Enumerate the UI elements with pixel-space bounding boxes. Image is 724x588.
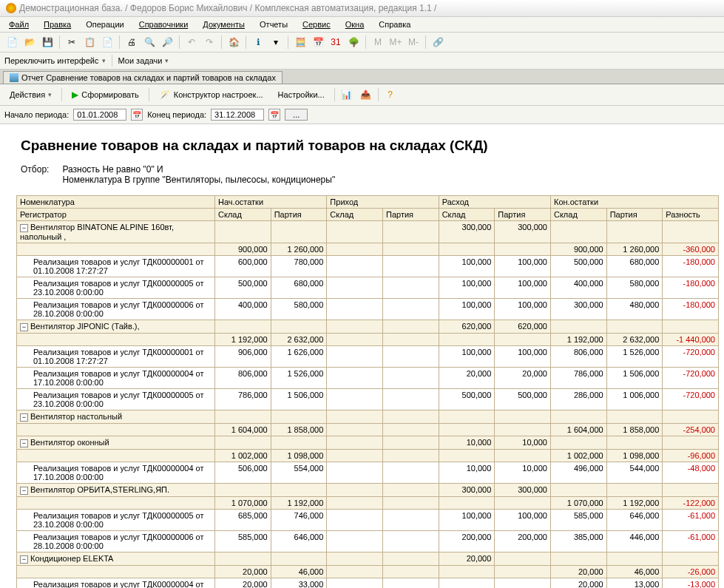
- table-row[interactable]: 1 070,0001 192,0001 070,0001 192,000-122…: [17, 497, 719, 510]
- report-tab-label: Отчет Сравнение товаров на складах и пар…: [21, 73, 276, 82]
- menu-operations[interactable]: Операции: [83, 18, 126, 30]
- new-icon[interactable]: 📄: [4, 35, 19, 50]
- report-tab[interactable]: Отчет Сравнение товаров на складах и пар…: [3, 71, 283, 84]
- table-row[interactable]: −Вентилятор JIPONIC (Тайв.),620,000620,0…: [17, 320, 719, 334]
- period-start-input[interactable]: [73, 109, 126, 121]
- tree-toggle-icon[interactable]: −: [20, 439, 28, 447]
- table-row[interactable]: −Вентилятор ОРБИТА,STERLING,ЯП.300,00030…: [17, 484, 719, 497]
- settings-button[interactable]: Настройки...: [273, 88, 330, 101]
- save-icon[interactable]: 💾: [40, 35, 55, 50]
- col-initial: Нач.остатки: [215, 196, 327, 209]
- cut-icon[interactable]: ✂: [64, 35, 79, 50]
- table-row[interactable]: −Вентилятор оконный10,00010,000: [17, 436, 719, 450]
- print-icon[interactable]: 🖨: [124, 35, 139, 50]
- table-row[interactable]: Реализация товаров и услуг ТДК00000006 о…: [17, 531, 719, 552]
- link-icon[interactable]: 🔗: [430, 35, 445, 50]
- period-select-button[interactable]: ...: [285, 109, 308, 121]
- main-toolbar: 📄 📂 💾 ✂ 📋 📄 🖨 🔍 🔎 ↶ ↷ 🏠 ℹ ▾ 🧮 📅 31 🌳 M M…: [0, 33, 724, 53]
- export-icon[interactable]: 📤: [359, 87, 373, 102]
- redo-icon[interactable]: ↷: [202, 35, 217, 50]
- tree-icon[interactable]: 🌳: [346, 35, 361, 50]
- table-row[interactable]: 1 002,0001 098,0001 002,0001 098,000-96,…: [17, 450, 719, 462]
- undo-icon[interactable]: ↶: [184, 35, 199, 50]
- tree-toggle-icon[interactable]: −: [20, 487, 28, 495]
- switch-interface-button[interactable]: Переключить интерфейс: [4, 56, 106, 65]
- filter-block: Отбор: Разность Не равно "0" И Номенклат…: [16, 164, 724, 195]
- help-icon[interactable]: ℹ: [251, 35, 265, 50]
- app-icon: [6, 3, 16, 13]
- period-end-label: Конец периода:: [147, 110, 206, 119]
- col-registrar: Регистратор: [17, 209, 215, 221]
- copy-icon[interactable]: 📋: [82, 35, 97, 50]
- filter-line-2: Номенклатура В группе "Вентиляторы, пыле…: [62, 175, 335, 185]
- table-row[interactable]: Реализация товаров и услуг ТДК00000005 о…: [17, 277, 719, 299]
- table-row[interactable]: Реализация товаров и услуг ТДК00000001 о…: [17, 256, 719, 277]
- menu-service[interactable]: Сервис: [300, 18, 334, 30]
- table-row[interactable]: −Кондиционер ELEKTA20,000: [17, 552, 719, 566]
- menu-reports[interactable]: Отчеты: [257, 18, 291, 30]
- calendar-end-icon[interactable]: 📅: [268, 109, 280, 121]
- table-row[interactable]: Реализация товаров и услуг ТДК00000006 о…: [17, 299, 719, 320]
- tree-toggle-icon[interactable]: −: [20, 555, 28, 564]
- table-row[interactable]: Реализация товаров и услуг ТДК00000005 о…: [17, 510, 719, 531]
- m-plus-icon[interactable]: M+: [388, 35, 403, 50]
- help-dd-icon[interactable]: ▾: [268, 35, 283, 50]
- generate-button[interactable]: ▶Сформировать: [67, 87, 144, 102]
- col-income: Приход: [327, 196, 439, 209]
- help2-icon[interactable]: ?: [383, 87, 398, 102]
- table-row[interactable]: −Вентилятор настольный: [17, 410, 719, 424]
- table-row[interactable]: −Вентилятор BINATONE ALPINE 160вт, напол…: [17, 221, 719, 243]
- secondary-toolbar: Переключить интерфейс Мои задачи: [0, 53, 724, 70]
- col-nomenclature: Номенклатура: [17, 196, 215, 209]
- search-icon[interactable]: 🔎: [160, 35, 175, 50]
- m-minus-icon[interactable]: M-: [406, 35, 421, 50]
- open-icon[interactable]: 📂: [22, 35, 37, 50]
- table-row[interactable]: Реализация товаров и услуг ТДК00000004 о…: [17, 578, 719, 589]
- table-row[interactable]: Реализация товаров и услуг ТДК00000004 о…: [17, 368, 719, 389]
- calc-icon[interactable]: 🧮: [293, 35, 308, 50]
- window-titlebar: Демонстрационная база. / Федоров Борис М…: [0, 0, 724, 17]
- menu-edit[interactable]: Правка: [41, 18, 74, 30]
- m-icon[interactable]: M: [371, 35, 385, 50]
- home-icon[interactable]: 🏠: [226, 35, 241, 50]
- action-bar: Действия ▶Сформировать 🪄Конструктор наст…: [0, 84, 724, 106]
- calendar-icon[interactable]: 📅: [311, 35, 325, 50]
- table-row[interactable]: Реализация товаров и услуг ТДК00000004 о…: [17, 462, 719, 484]
- report-title: Сравнение товаров на складах и партий то…: [16, 124, 724, 164]
- report-tab-icon: [10, 73, 18, 82]
- table-row[interactable]: 20,00046,00020,00046,000-26,000: [17, 566, 719, 578]
- menu-file[interactable]: Файл: [6, 18, 32, 30]
- menu-help[interactable]: Справка: [376, 18, 413, 30]
- preview-icon[interactable]: 🔍: [142, 35, 157, 50]
- structure-icon[interactable]: 📊: [339, 87, 354, 102]
- table-row[interactable]: Реализация товаров и услуг ТДК00000005 о…: [17, 389, 719, 410]
- col-final: Кон.остатки: [550, 196, 718, 209]
- report-area[interactable]: Сравнение товаров на складах и партий то…: [0, 124, 724, 588]
- actions-menu[interactable]: Действия: [4, 88, 57, 101]
- table-row[interactable]: Реализация товаров и услуг ТДК00000001 о…: [17, 346, 719, 368]
- menu-windows[interactable]: Окна: [342, 18, 368, 30]
- main-menu: Файл Правка Операции Справочники Докумен…: [0, 17, 724, 33]
- date-icon[interactable]: 31: [328, 35, 343, 50]
- tree-toggle-icon[interactable]: −: [20, 224, 28, 232]
- my-tasks-button[interactable]: Мои задачи: [118, 56, 169, 65]
- table-row[interactable]: 1 192,0002 632,0001 192,0002 632,000-1 4…: [17, 334, 719, 346]
- settings-constructor-button[interactable]: 🪄Конструктор настроек...: [154, 87, 268, 103]
- col-expense: Расход: [439, 196, 550, 209]
- filter-label: Отбор:: [21, 164, 49, 185]
- period-end-input[interactable]: [211, 109, 264, 121]
- menu-documents[interactable]: Документы: [200, 18, 248, 30]
- period-start-label: Начало периода:: [4, 110, 69, 119]
- tree-toggle-icon[interactable]: −: [20, 413, 28, 422]
- paste-icon[interactable]: 📄: [100, 35, 115, 50]
- play-icon: ▶: [72, 89, 78, 100]
- table-row[interactable]: 1 604,0001 858,0001 604,0001 858,000-254…: [17, 424, 719, 436]
- menu-catalogs[interactable]: Справочники: [136, 18, 192, 30]
- wand-icon: 🪄: [159, 89, 171, 101]
- tab-strip: Отчет Сравнение товаров на складах и пар…: [0, 70, 724, 84]
- period-bar: Начало периода: 📅 Конец периода: 📅 ...: [0, 106, 724, 124]
- table-row[interactable]: 900,0001 260,000900,0001 260,000-360,000: [17, 243, 719, 256]
- calendar-start-icon[interactable]: 📅: [131, 109, 143, 121]
- report-table: Номенклатура Нач.остатки Приход Расход К…: [16, 195, 719, 588]
- tree-toggle-icon[interactable]: −: [20, 323, 28, 331]
